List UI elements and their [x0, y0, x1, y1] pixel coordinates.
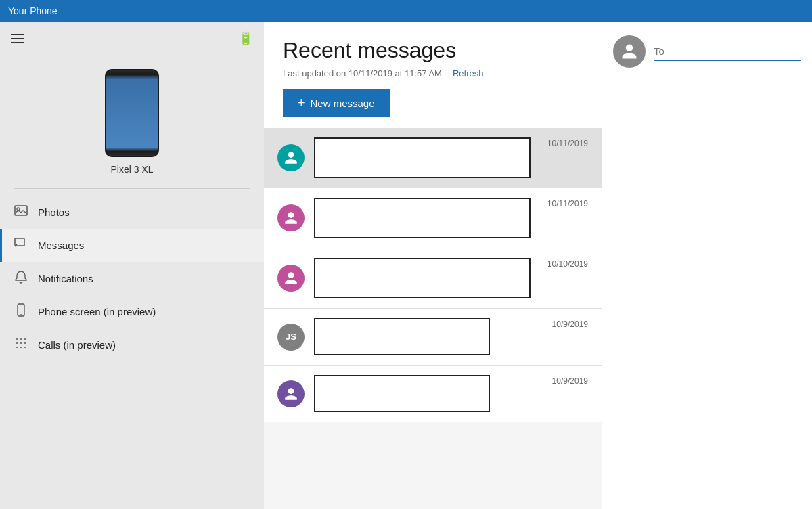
compose-avatar [613, 35, 646, 68]
messages-header: Recent messages Last updated on 10/11/20… [264, 22, 602, 128]
sidebar-nav: Photos Messages [0, 196, 264, 361]
sidebar-label-photos: Photos [38, 206, 70, 218]
phone-screen-icon [14, 303, 28, 320]
svg-rect-3 [18, 304, 24, 316]
sidebar: 🔋 Pixel 3 XL Photos [0, 22, 264, 509]
message-date: 10/11/2019 [547, 199, 588, 208]
compose-panel [602, 22, 812, 509]
svg-point-13 [24, 347, 26, 348]
svg-point-7 [24, 338, 26, 340]
message-content [314, 318, 588, 355]
messages-list: 10/11/2019 10/11/2019 10 [264, 128, 602, 509]
message-redacted [314, 198, 531, 238]
message-content [314, 375, 588, 412]
phone-image [105, 69, 159, 157]
sidebar-label-phone-screen: Phone screen (in preview) [38, 306, 156, 317]
list-item[interactable]: 10/9/2019 [264, 366, 602, 422]
last-updated: Last updated on 10/11/2019 at 11:57 AM [283, 68, 442, 79]
message-date: 10/11/2019 [547, 139, 588, 148]
calls-icon [14, 336, 28, 353]
list-item[interactable]: 10/11/2019 [264, 128, 602, 188]
message-redacted [314, 318, 490, 355]
avatar [277, 204, 304, 231]
menu-icon[interactable] [11, 34, 24, 43]
svg-point-8 [16, 342, 18, 344]
notifications-icon [14, 270, 28, 287]
sidebar-divider [14, 188, 250, 189]
list-item[interactable]: 10/11/2019 [264, 188, 602, 248]
messages-meta: Last updated on 10/11/2019 at 11:57 AM R… [283, 68, 583, 79]
sidebar-label-messages: Messages [38, 240, 84, 251]
avatar [277, 265, 304, 292]
avatar [277, 380, 304, 407]
messages-panel: Recent messages Last updated on 10/11/20… [264, 22, 602, 509]
svg-point-5 [16, 338, 18, 340]
message-redacted [314, 258, 531, 298]
photos-icon [14, 204, 28, 221]
svg-point-9 [20, 342, 22, 344]
sidebar-label-calls: Calls (in preview) [38, 339, 116, 351]
message-date: 10/9/2019 [552, 376, 588, 386]
compose-divider [613, 79, 801, 79]
message-redacted [314, 375, 490, 412]
message-redacted [314, 137, 531, 178]
app-title: Your Phone [8, 5, 58, 16]
new-message-button[interactable]: + New message [283, 89, 390, 117]
sidebar-item-phone-screen[interactable]: Phone screen (in preview) [0, 295, 264, 328]
message-date: 10/9/2019 [552, 319, 588, 329]
messages-title: Recent messages [283, 38, 583, 63]
svg-point-10 [24, 342, 26, 344]
sidebar-item-calls[interactable]: Calls (in preview) [0, 328, 264, 361]
sidebar-header: 🔋 [0, 22, 264, 56]
sidebar-item-photos[interactable]: Photos [0, 196, 264, 229]
app-body: 🔋 Pixel 3 XL Photos [0, 22, 812, 509]
title-bar: Your Phone [0, 0, 812, 22]
device-name: Pixel 3 XL [110, 164, 153, 175]
messages-icon [14, 237, 28, 254]
svg-point-11 [16, 347, 18, 348]
list-item[interactable]: JS 10/9/2019 [264, 309, 602, 366]
sidebar-label-notifications: Notifications [38, 273, 93, 284]
avatar: JS [277, 324, 304, 351]
sidebar-item-notifications[interactable]: Notifications [0, 262, 264, 295]
plus-icon: + [298, 96, 305, 110]
battery-icon: 🔋 [238, 31, 253, 46]
list-item[interactable]: 10/10/2019 [264, 248, 602, 309]
sidebar-item-messages[interactable]: Messages [0, 229, 264, 262]
refresh-link[interactable]: Refresh [453, 68, 484, 79]
avatar [277, 144, 304, 171]
new-message-label: New message [311, 97, 375, 109]
message-date: 10/10/2019 [547, 259, 588, 269]
svg-rect-0 [15, 206, 27, 215]
svg-point-12 [20, 347, 22, 348]
to-input[interactable] [654, 43, 801, 61]
svg-point-6 [20, 338, 22, 340]
phone-display: Pixel 3 XL [0, 56, 264, 188]
compose-header [613, 35, 801, 68]
